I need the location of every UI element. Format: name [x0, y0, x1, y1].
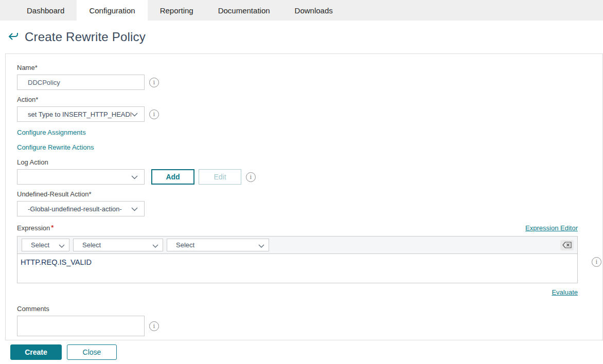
log-action-dropdown[interactable]	[17, 169, 145, 185]
comments-label: Comments	[17, 305, 602, 313]
action-field-group: Action* set Type to INSERT_HTTP_HEADER i	[17, 96, 602, 122]
action-selected-value: set Type to INSERT_HTTP_HEADER	[28, 111, 131, 118]
action-info-icon[interactable]: i	[149, 110, 159, 119]
edit-button[interactable]: Edit	[199, 169, 241, 185]
undefined-result-field-group: Undefined-Result Action* -Global-undefin…	[17, 190, 602, 216]
configure-links: Configure Assignments Configure Rewrite …	[17, 129, 602, 151]
expression-section: Expression* Expression Editor Select Sel…	[17, 224, 578, 297]
expression-select-3[interactable]: Select	[167, 239, 269, 251]
log-action-label: Log Action	[17, 158, 602, 166]
clear-expression-icon[interactable]	[560, 240, 574, 250]
action-label: Action*	[17, 96, 602, 103]
comments-info-icon[interactable]: i	[149, 321, 159, 331]
expression-select-1[interactable]: Select	[22, 239, 69, 251]
footer-actions: Create Close	[10, 344, 603, 360]
name-field-group: Name* i	[17, 64, 602, 90]
close-button[interactable]: Close	[67, 344, 117, 360]
add-button[interactable]: Add	[151, 169, 194, 185]
chevron-down-icon	[152, 241, 158, 250]
top-navbar: Dashboard Configuration Reporting Docume…	[0, 0, 603, 21]
expression-info-icon[interactable]: i	[592, 257, 601, 267]
name-input[interactable]	[17, 75, 145, 90]
undefined-result-dropdown[interactable]: -Global-undefined-result-action-	[17, 201, 145, 216]
chevron-down-icon	[131, 110, 138, 119]
expression-editor-link[interactable]: Expression Editor	[525, 224, 578, 232]
tab-reporting[interactable]: Reporting	[148, 0, 206, 21]
expression-label: Expression*	[17, 224, 54, 232]
back-arrow-icon[interactable]	[7, 30, 20, 44]
chevron-down-icon	[59, 241, 65, 250]
chevron-down-icon	[131, 172, 138, 181]
tab-dashboard[interactable]: Dashboard	[14, 0, 77, 21]
tab-documentation[interactable]: Documentation	[206, 0, 282, 21]
configure-rewrite-actions-link[interactable]: Configure Rewrite Actions	[17, 143, 602, 151]
log-action-info-icon[interactable]: i	[246, 172, 256, 182]
expression-textarea[interactable]: HTTP.REQ.IS_VALID	[17, 253, 578, 283]
name-info-icon[interactable]: i	[149, 78, 159, 87]
chevron-down-icon	[131, 204, 138, 213]
undefined-result-selected-value: -Global-undefined-result-action-	[28, 205, 131, 213]
create-button[interactable]: Create	[10, 344, 62, 360]
undefined-result-label: Undefined-Result Action*	[17, 190, 602, 198]
action-dropdown[interactable]: set Type to INSERT_HTTP_HEADER	[17, 106, 145, 122]
log-action-field-group: Log Action Add Edit i	[17, 158, 602, 185]
expression-select-2[interactable]: Select	[73, 239, 163, 251]
tab-configuration[interactable]: Configuration	[77, 0, 147, 21]
configure-assignments-link[interactable]: Configure Assignments	[17, 129, 602, 136]
page-title: Create Rewrite Policy	[25, 30, 146, 44]
name-label: Name*	[17, 64, 602, 71]
tab-downloads[interactable]: Downloads	[282, 0, 345, 21]
comments-input[interactable]	[17, 316, 145, 336]
comments-field-group: Comments i	[17, 305, 602, 336]
chevron-down-icon	[258, 241, 264, 250]
page-header: Create Rewrite Policy	[0, 21, 603, 53]
create-rewrite-policy-page: Dashboard Configuration Reporting Docume…	[0, 0, 603, 364]
evaluate-link[interactable]: Evaluate	[552, 288, 578, 296]
form-panel: Name* i Action* set Type to INSERT_HTTP_…	[5, 53, 603, 340]
expression-toolbar: Select Select Select	[17, 236, 578, 254]
